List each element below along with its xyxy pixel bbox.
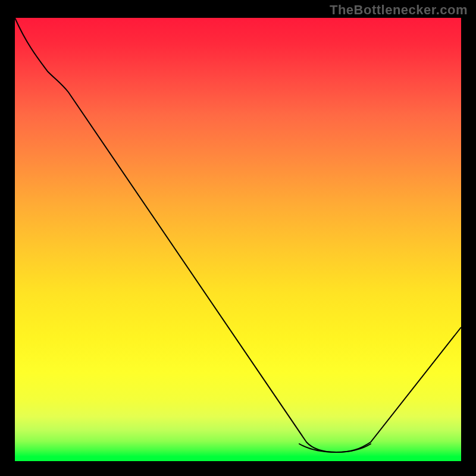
watermark-text: TheBottlenecker.com — [330, 2, 468, 18]
curve-svg — [15, 18, 461, 461]
chart-container: TheBottlenecker.com — [0, 0, 476, 476]
curve-path — [15, 18, 461, 452]
plot-area — [15, 18, 461, 461]
